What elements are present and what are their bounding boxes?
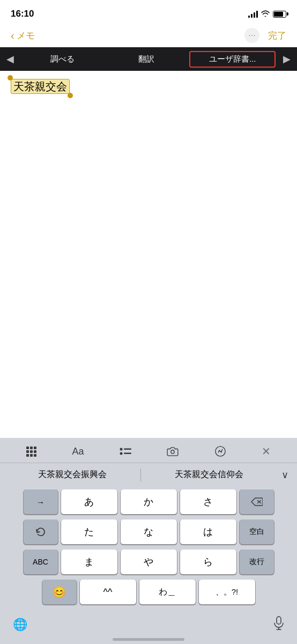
wifi-icon bbox=[261, 10, 270, 18]
selection-handle-top bbox=[8, 75, 13, 80]
camera-button[interactable] bbox=[167, 447, 179, 456]
key-row-3: ABC ま や ら 改行 bbox=[2, 550, 295, 574]
key-return[interactable]: 改行 bbox=[240, 550, 274, 574]
backspace-icon bbox=[251, 497, 263, 506]
undo-icon bbox=[35, 527, 46, 537]
key-backspace[interactable] bbox=[240, 489, 274, 514]
done-button[interactable]: 完了 bbox=[268, 30, 286, 42]
home-indicator bbox=[113, 638, 184, 641]
keyboard-close-button[interactable]: ✕ bbox=[262, 445, 271, 458]
globe-button[interactable]: 🌐 bbox=[13, 618, 27, 632]
toolbar-left-arrow[interactable]: ◀ bbox=[0, 53, 20, 65]
selection-handle-bottom bbox=[68, 93, 73, 98]
mic-icon bbox=[273, 616, 284, 630]
key-row-2: た な は 空白 bbox=[2, 519, 295, 544]
list-icon bbox=[120, 447, 131, 456]
more-button[interactable]: ··· bbox=[244, 28, 259, 43]
key-ya[interactable]: や bbox=[121, 550, 177, 574]
toolbar-item-lookup[interactable]: 調べる bbox=[20, 54, 105, 64]
status-bar: 16:10 bbox=[0, 0, 297, 24]
key-row-1: → あ か さ bbox=[2, 489, 295, 514]
status-icons bbox=[248, 10, 286, 18]
more-icon: ··· bbox=[248, 31, 255, 40]
svg-point-2 bbox=[120, 452, 122, 455]
selected-text: 天茶親交会 bbox=[11, 79, 70, 94]
battery-icon bbox=[273, 11, 286, 18]
key-ka[interactable]: か bbox=[121, 489, 177, 514]
keyboard-toolbar: Aa ✕ bbox=[0, 438, 297, 463]
list-button[interactable] bbox=[120, 447, 131, 456]
signal-icon bbox=[248, 10, 258, 18]
key-space[interactable]: 空白 bbox=[240, 519, 274, 544]
back-chevron-icon: ‹ bbox=[11, 30, 14, 42]
status-time: 16:10 bbox=[11, 9, 34, 19]
svg-rect-3 bbox=[124, 453, 131, 455]
key-sa[interactable]: さ bbox=[180, 489, 236, 514]
key-wa[interactable]: わ＿ bbox=[139, 580, 196, 604]
nav-right-actions: ··· 完了 bbox=[244, 28, 286, 43]
key-ta[interactable]: た bbox=[61, 519, 117, 544]
camera-icon bbox=[167, 447, 179, 456]
toolbar-right-arrow[interactable]: ▶ bbox=[277, 53, 297, 65]
close-icon: ✕ bbox=[262, 445, 271, 458]
table-icon bbox=[26, 447, 36, 457]
predictive-bar: 天茶親交会振興会 天茶親交会信仰会 ∨ bbox=[0, 463, 297, 486]
key-undo[interactable] bbox=[24, 519, 58, 544]
predictive-item-0[interactable]: 天茶親交会振興会 bbox=[4, 469, 140, 480]
key-abc[interactable]: ABC bbox=[24, 550, 58, 574]
back-button[interactable]: ‹ メモ bbox=[11, 30, 35, 42]
svg-rect-1 bbox=[124, 449, 131, 450]
font-icon: Aa bbox=[72, 446, 84, 457]
mic-button[interactable] bbox=[273, 616, 284, 633]
key-ra[interactable]: ら bbox=[180, 550, 236, 574]
key-caret[interactable]: ^^ bbox=[80, 580, 136, 604]
key-ha[interactable]: は bbox=[180, 519, 236, 544]
key-emoji[interactable]: 😊 bbox=[42, 580, 77, 604]
key-na[interactable]: な bbox=[121, 519, 177, 544]
globe-icon: 🌐 bbox=[13, 618, 27, 631]
nav-back-label: メモ bbox=[17, 30, 35, 42]
key-rows: → あ か さ bbox=[0, 486, 297, 612]
markup-icon bbox=[214, 445, 226, 457]
key-a[interactable]: あ bbox=[61, 489, 117, 514]
svg-point-0 bbox=[120, 448, 122, 451]
markup-button[interactable] bbox=[214, 445, 226, 457]
svg-rect-8 bbox=[277, 617, 281, 624]
key-arrow-right[interactable]: → bbox=[24, 489, 58, 514]
nav-bar: ‹ メモ ··· 完了 bbox=[0, 24, 297, 47]
toolbar-item-translate[interactable]: 翻訳 bbox=[105, 54, 189, 64]
toolbar-items: 調べる 翻訳 ユーザ辞書... bbox=[20, 50, 277, 69]
toolbar-item-user-dict[interactable]: ユーザ辞書... bbox=[189, 51, 276, 68]
key-punctuation[interactable]: 、。?! bbox=[199, 580, 255, 604]
document-area[interactable]: 天茶親交会 bbox=[0, 71, 297, 178]
key-ma[interactable]: ま bbox=[61, 550, 117, 574]
svg-point-4 bbox=[171, 450, 174, 453]
context-toolbar: ◀ 調べる 翻訳 ユーザ辞書... ▶ bbox=[0, 47, 297, 71]
font-button[interactable]: Aa bbox=[72, 446, 84, 457]
key-row-4: 😊 ^^ わ＿ 、。?! bbox=[2, 580, 295, 604]
predictive-item-1[interactable]: 天茶親交会信仰会 bbox=[141, 469, 277, 480]
format-table-button[interactable] bbox=[26, 447, 36, 457]
selected-text-block: 天茶親交会 bbox=[11, 79, 70, 94]
keyboard-container: Aa ✕ bbox=[0, 438, 297, 644]
predictive-expand-button[interactable]: ∨ bbox=[277, 469, 293, 481]
